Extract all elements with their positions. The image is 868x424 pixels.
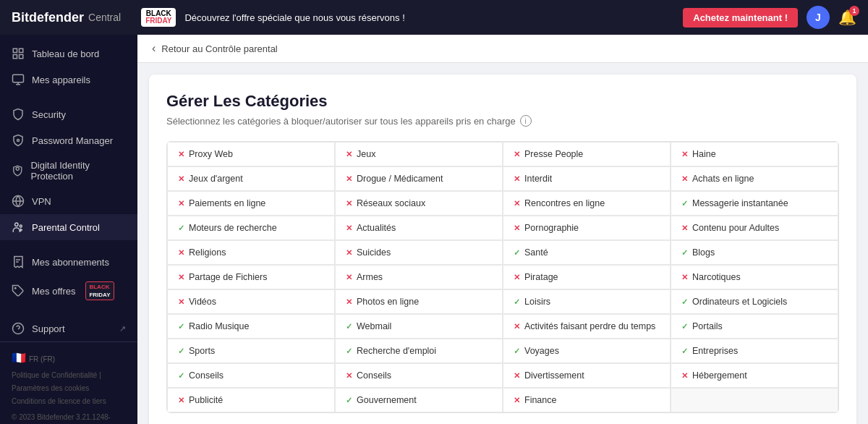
allowed-icon: ✓ xyxy=(681,347,688,356)
category-cell[interactable]: ✕Religions xyxy=(167,240,335,265)
category-cell[interactable]: ✕Finance xyxy=(503,388,671,412)
category-cell[interactable]: ✕Publicité xyxy=(167,388,335,412)
category-cell[interactable]: ✕Partage de Fichiers xyxy=(167,265,335,289)
category-cell[interactable]: ✕Rencontres en ligne xyxy=(503,191,671,216)
category-cell[interactable]: ✕Haine xyxy=(671,142,838,166)
category-cell[interactable]: ✓Messagerie instantanée xyxy=(671,191,838,216)
category-cell[interactable]: ✕Jeux xyxy=(335,142,503,166)
sidebar-item-digital-identity[interactable]: Digital Identity Protection xyxy=(0,153,137,188)
category-cell[interactable]: ✓Radio Musique xyxy=(167,314,335,339)
category-cell[interactable]: ✕Vidéos xyxy=(167,289,335,314)
allowed-icon: ✓ xyxy=(514,347,520,356)
category-cell[interactable]: ✕Actualités xyxy=(335,216,503,240)
category-label: Actualités xyxy=(357,223,396,233)
sidebar-item-devices[interactable]: Mes appareils xyxy=(0,67,137,93)
sidebar-label-security: Security xyxy=(32,109,66,120)
blocked-icon: ✕ xyxy=(178,248,184,258)
sidebar-item-password-manager[interactable]: Password Manager xyxy=(0,127,137,153)
logo-text: Bitdefender xyxy=(12,10,84,25)
blocked-icon: ✕ xyxy=(346,297,352,307)
info-icon[interactable]: i xyxy=(520,115,532,127)
svg-rect-0 xyxy=(13,48,17,52)
category-label: Piratage xyxy=(524,272,558,282)
blocked-icon: ✕ xyxy=(346,273,352,282)
category-cell[interactable]: ✓Recherche d'emploi xyxy=(335,339,503,363)
blocked-icon: ✕ xyxy=(514,371,520,381)
main-layout: Tableau de bord Mes appareils Security P… xyxy=(0,35,868,424)
svg-point-8 xyxy=(20,225,22,227)
category-cell[interactable]: ✕Narcotiques xyxy=(671,265,838,289)
sidebar-item-security[interactable]: Security xyxy=(0,101,137,127)
shield-icon xyxy=(12,108,25,121)
allowed-icon: ✓ xyxy=(346,322,352,331)
blocked-icon: ✕ xyxy=(514,273,520,282)
category-label: Sports xyxy=(189,346,215,356)
allowed-icon: ✓ xyxy=(514,297,520,307)
category-cell[interactable]: ✕Divertissement xyxy=(503,363,671,388)
category-cell[interactable]: ✓Gouvernement xyxy=(335,388,503,412)
category-cell[interactable]: ✕Suicides xyxy=(335,240,503,265)
svg-rect-1 xyxy=(20,48,23,52)
svg-rect-3 xyxy=(20,55,23,59)
category-label: Portails xyxy=(692,321,723,331)
blocked-icon: ✕ xyxy=(178,174,184,184)
category-cell[interactable]: ✓Ordinateurs et Logiciels xyxy=(671,289,838,314)
category-cell[interactable]: ✕Hébergement xyxy=(671,363,838,388)
sidebar-label-vpn: VPN xyxy=(32,196,51,207)
category-cell[interactable]: ✕Activités faisant perdre du temps xyxy=(503,314,671,339)
category-cell[interactable]: ✕Interdit xyxy=(503,166,671,191)
category-cell[interactable]: ✓Blogs xyxy=(671,240,838,265)
footer-links: Politique de Confidentialité | Paramètre… xyxy=(12,369,126,424)
category-cell[interactable]: ✓Sports xyxy=(167,339,335,363)
allowed-icon: ✓ xyxy=(178,347,184,356)
sidebar-item-support[interactable]: Support ↗ xyxy=(0,315,137,342)
avatar[interactable]: J xyxy=(807,6,830,29)
category-cell[interactable]: ✕Contenu pour Adultes xyxy=(671,216,838,240)
sidebar-item-dashboard[interactable]: Tableau de bord xyxy=(0,41,137,67)
category-cell[interactable]: ✕Conseils xyxy=(335,363,503,388)
category-cell[interactable]: ✕Réseaux sociaux xyxy=(335,191,503,216)
category-cell[interactable]: ✓Loisirs xyxy=(503,289,671,314)
category-cell[interactable]: ✕Armes xyxy=(335,265,503,289)
sidebar-item-offers[interactable]: Mes offres BLACKFRIDAY xyxy=(0,275,137,307)
category-cell[interactable]: ✕Photos en ligne xyxy=(335,289,503,314)
back-bar[interactable]: ‹ Retour au Contrôle parental xyxy=(137,35,868,63)
category-cell[interactable]: ✕Drogue / Médicament xyxy=(335,166,503,191)
category-cell[interactable]: ✓Voyages xyxy=(503,339,671,363)
sidebar: Tableau de bord Mes appareils Security P… xyxy=(0,35,137,424)
category-cell[interactable]: ✓Entreprises xyxy=(671,339,838,363)
grid-icon xyxy=(12,47,25,60)
category-cell[interactable]: ✕Pornographie xyxy=(503,216,671,240)
sidebar-item-parental-control[interactable]: Parental Control xyxy=(0,214,137,240)
category-cell[interactable]: ✕Achats en ligne xyxy=(671,166,838,191)
category-label: Jeux xyxy=(357,149,375,159)
category-cell[interactable]: ✓Moteurs de recherche xyxy=(167,216,335,240)
achetez-button[interactable]: Achetez maintenant ! xyxy=(683,8,798,27)
category-cell[interactable]: ✓Webmail xyxy=(335,314,503,339)
allowed-icon: ✓ xyxy=(346,347,352,356)
category-cell[interactable]: ✕Piratage xyxy=(503,265,671,289)
categories-grid: ✕Proxy Web✕Jeux✕Presse People✕Haine✕Jeux… xyxy=(166,141,839,413)
notifications[interactable]: 🔔 1 xyxy=(838,9,856,26)
category-cell[interactable]: ✕Presse People xyxy=(503,142,671,166)
blocked-icon: ✕ xyxy=(681,150,688,159)
allowed-icon: ✓ xyxy=(178,371,184,381)
blocked-icon: ✕ xyxy=(178,199,184,208)
category-cell[interactable]: ✓Portails xyxy=(671,314,838,339)
svg-point-5 xyxy=(17,140,20,142)
sidebar-item-vpn[interactable]: VPN xyxy=(0,188,137,214)
category-label: Publicité xyxy=(189,395,223,405)
category-cell[interactable]: ✓Santé xyxy=(503,240,671,265)
category-cell[interactable]: ✕Paiements en ligne xyxy=(167,191,335,216)
sidebar-item-subscriptions[interactable]: Mes abonnements xyxy=(0,249,137,275)
category-label: Presse People xyxy=(524,149,583,159)
category-cell[interactable]: ✓Conseils xyxy=(167,363,335,388)
category-cell[interactable]: ✕Proxy Web xyxy=(167,142,335,166)
blocked-icon: ✕ xyxy=(346,224,352,233)
blocked-icon: ✕ xyxy=(346,371,352,381)
sidebar-label-digital-identity: Digital Identity Protection xyxy=(30,160,126,182)
category-cell[interactable] xyxy=(671,388,838,412)
svg-rect-2 xyxy=(13,55,17,59)
back-arrow-icon: ‹ xyxy=(152,42,156,55)
category-cell[interactable]: ✕Jeux d'argent xyxy=(167,166,335,191)
